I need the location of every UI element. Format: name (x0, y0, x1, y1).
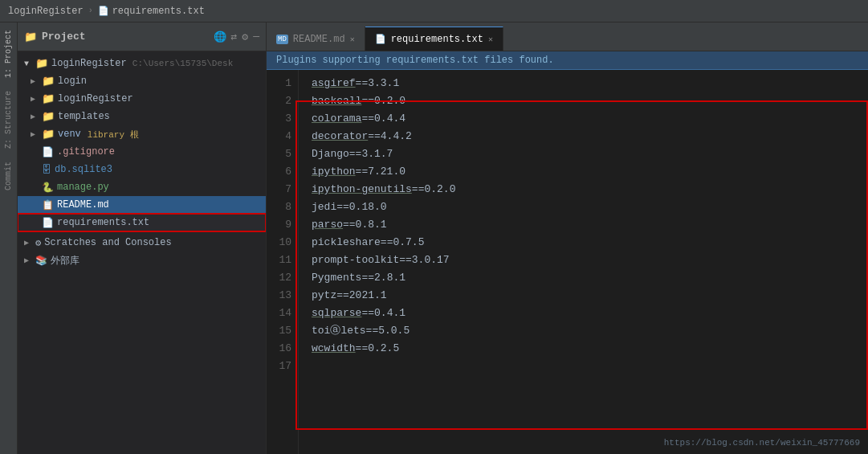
loginregister-folder-icon: 📁 (42, 92, 55, 105)
v-tab-commit[interactable]: Commit (2, 158, 14, 194)
py-file-icon: 🐍 (42, 182, 54, 194)
package-name: sqlparse (312, 307, 361, 319)
line-number: 8 (267, 198, 291, 216)
package-name: toiⓐlets (312, 325, 366, 337)
title-bar: loginRegister › 📄 requirements.txt (0, 0, 868, 22)
v-tab-structure[interactable]: Z: Structure (2, 88, 14, 152)
package-version: ==0.8.1 (343, 219, 387, 231)
tree-item-gitignore[interactable]: 📄 .gitignore (18, 143, 266, 161)
readme-label: README.md (57, 199, 109, 211)
tab-readme-close[interactable]: ✕ (350, 35, 355, 44)
code-line: sqlparse==0.4.1 (312, 305, 855, 322)
venv-folder-icon: 📁 (42, 128, 55, 141)
package-name: asgiref (312, 77, 356, 89)
arrow-venv: ▶ (31, 129, 39, 139)
library-label: 外部库 (51, 254, 79, 268)
arrow-templates: ▶ (31, 112, 39, 121)
code-line: asgiref==3.3.1 (312, 75, 855, 92)
v-tab-project[interactable]: 1: Project (2, 27, 14, 81)
package-version: ==0.7.5 (381, 236, 425, 248)
file-label: requirements.txt (112, 6, 205, 17)
login-folder-icon: 📁 (42, 75, 55, 88)
package-version: ==0.2.0 (412, 183, 456, 195)
tree-item-scratches[interactable]: ▶ ⚙ Scratches and Consoles (18, 234, 266, 252)
watermark: https://blog.csdn.net/weixin_45777669 (664, 438, 860, 448)
sqlite-label: db.sqlite3 (55, 164, 112, 175)
tab-req-label: requirements.txt (391, 34, 483, 45)
manage-label: manage.py (57, 182, 109, 193)
package-name: ipython-genutils (312, 183, 412, 195)
code-line: ipython-genutils==0.2.0 (312, 181, 855, 198)
tab-readme[interactable]: MD README.md ✕ (267, 27, 365, 51)
package-version: ==2.8.1 (361, 272, 405, 284)
package-version: ==3.1.7 (349, 148, 393, 160)
package-version: ==0.4.4 (361, 112, 405, 125)
tree-item-root[interactable]: ▼ 📁 loginRegister C:\Users\15735\Desk (18, 55, 266, 72)
globe-icon[interactable]: 🌐 (214, 31, 226, 43)
package-version: ==0.4.1 (361, 307, 405, 319)
code-line: Django==3.1.7 (312, 145, 855, 163)
project-label: loginRegister (8, 6, 84, 17)
package-name: parso (312, 219, 343, 231)
venv-label: venv (58, 129, 81, 140)
line-number: 2 (267, 92, 291, 110)
code-area[interactable]: asgiref==3.3.1backcall==0.2.0colorama==0… (299, 70, 868, 454)
panel-header: 📁 Project 🌐 ⇄ ⚙ — (18, 22, 266, 51)
breadcrumb-file: 📄 requirements.txt (98, 6, 205, 17)
line-number: 9 (267, 216, 291, 234)
breadcrumb-sep: › (88, 6, 93, 15)
scratches-icon: ⚙ (35, 237, 41, 249)
plugin-banner-text: Plugins supporting requirements.txt file… (276, 55, 554, 66)
tree-item-templates[interactable]: ▶ 📁 templates (18, 108, 266, 125)
tree-item-requirements[interactable]: 📄 requirements.txt (18, 214, 266, 231)
md-file-icon: 📋 (42, 199, 54, 211)
scratches-label: Scratches and Consoles (44, 237, 171, 248)
sync-icon[interactable]: ⇄ (231, 31, 238, 43)
line-number: 7 (267, 181, 291, 198)
tree-item-library[interactable]: ▶ 📚 外部库 (18, 252, 266, 269)
scratches-section: ▶ ⚙ Scratches and Consoles ▶ 📚 外部库 (18, 231, 266, 271)
venv-extra: library 根 (88, 129, 139, 141)
project-panel: 📁 Project 🌐 ⇄ ⚙ — ▼ 📁 loginRegister C:\U… (18, 22, 267, 454)
line-number: 16 (267, 340, 291, 358)
tab-requirements[interactable]: 📄 requirements.txt ✕ (365, 27, 503, 51)
package-name: wcwidth (312, 342, 356, 354)
code-line: ipython==7.21.0 (312, 163, 855, 181)
package-name: prompt-toolkit (312, 254, 399, 266)
library-icon: 📚 (35, 255, 47, 267)
breadcrumb-project[interactable]: loginRegister (8, 6, 84, 17)
tab-req-close[interactable]: ✕ (488, 35, 493, 44)
package-name: ipython (312, 166, 356, 178)
templates-folder-icon: 📁 (42, 110, 55, 123)
package-version: ==4.4.2 (368, 130, 412, 142)
txt-file-icon: 📄 (42, 217, 54, 229)
templates-label: templates (58, 111, 110, 122)
plugin-banner: Plugins supporting requirements.txt file… (267, 51, 868, 70)
package-version: ==3.3.1 (356, 77, 400, 89)
panel-title: Project (42, 31, 86, 43)
arrow-login: ▶ (31, 76, 39, 86)
line-number: 5 (267, 145, 291, 163)
code-line: pickleshare==0.7.5 (312, 234, 855, 252)
code-line: prompt-toolkit==3.0.17 (312, 252, 855, 269)
tree-item-sqlite[interactable]: 🗄 db.sqlite3 (18, 161, 266, 178)
tree-item-login[interactable]: ▶ 📁 login (18, 72, 266, 90)
loginregister-sub-label: loginRegister (58, 93, 133, 104)
package-name: backcall (312, 95, 361, 107)
settings-icon[interactable]: ⚙ (242, 31, 248, 43)
package-version: ==3.0.17 (399, 254, 449, 266)
arrow-scratches: ▶ (24, 238, 32, 247)
folder-icon: 📁 (24, 31, 37, 43)
code-line: Pygments==2.8.1 (312, 269, 855, 287)
requirements-label: requirements.txt (57, 217, 149, 228)
tree-item-readme[interactable]: 📋 README.md (18, 196, 266, 214)
tree-item-manage[interactable]: 🐍 manage.py (18, 178, 266, 196)
root-folder-icon: 📁 (35, 57, 48, 70)
package-name: jedi (312, 201, 336, 213)
minimize-icon[interactable]: — (253, 31, 259, 43)
tree-item-loginregister-sub[interactable]: ▶ 📁 loginRegister (18, 90, 266, 108)
package-name: Pygments (312, 272, 361, 284)
package-version: ==0.2.0 (361, 95, 405, 107)
tree-item-venv[interactable]: ▶ 📁 venv library 根 (18, 125, 266, 143)
package-version: ==2021.1 (336, 289, 386, 301)
